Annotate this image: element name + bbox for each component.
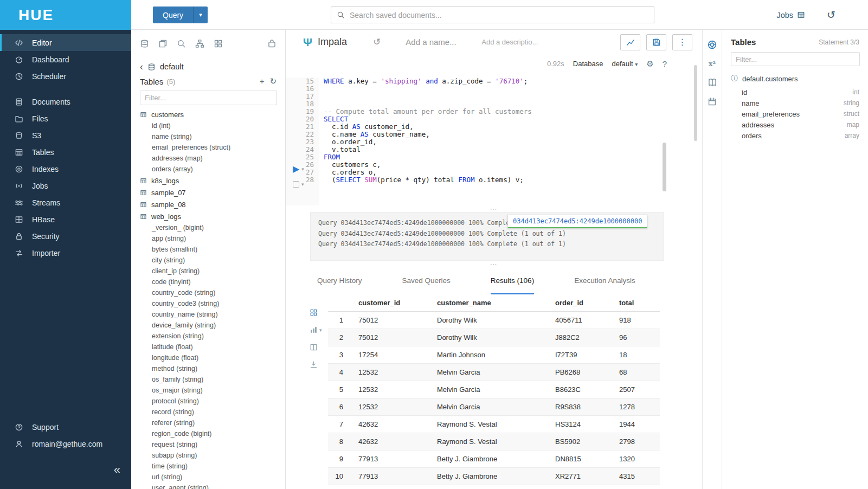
assist-column[interactable]: country_code3 (string) [131,298,285,309]
sidebar-item-tables[interactable]: Tables [0,144,131,160]
assist-column[interactable]: request (string) [131,439,285,450]
bag-source-icon[interactable] [267,39,277,48]
query-description-input[interactable] [481,38,546,46]
sidebar-item-streams[interactable]: Streams [0,194,131,211]
results-row[interactable]: 977913Betty J. GiambroneDN88151320 [328,451,660,468]
right-panel-filter-input[interactable] [731,52,860,66]
assist-table-k8s-logs[interactable]: k8s_logs [131,175,285,186]
assist-column[interactable]: client_ip (string) [131,266,285,276]
assist-column[interactable]: referer (string) [131,417,285,428]
sidebar-item-jobs[interactable]: Jobs [0,177,131,194]
query-history-icon[interactable]: ↺ [373,36,381,48]
sidebar-item-user[interactable]: romain@gethue.com [0,435,131,452]
tab-saved-queries[interactable]: Saved Queries [402,267,451,294]
assist-filter-input[interactable] [140,91,277,105]
code-line-15[interactable]: WHERE a.key = 'shipping' and a.zip_code … [324,78,532,85]
databases-source-icon[interactable] [140,39,149,48]
code-line-25[interactable]: FROM [324,153,532,161]
download-results-button[interactable] [310,361,322,369]
assist-column[interactable]: country_code (string) [131,287,285,298]
assist-column[interactable]: orders (array) [131,164,285,175]
chart-button[interactable] [620,34,640,50]
rp-column-addresses[interactable]: addressesmap [722,119,868,130]
assist-column[interactable]: city (string) [131,255,285,266]
rp-column-id[interactable]: idint [722,87,868,98]
assist-column[interactable]: bytes (smallint) [131,244,285,255]
assist-column[interactable]: longitude (float) [131,352,285,363]
tab-results-106[interactable]: Results (106) [491,267,534,294]
quick-actions-icon[interactable] [707,40,717,50]
assist-column[interactable]: addresses (map) [131,153,285,164]
assist-column[interactable]: name (string) [131,131,285,142]
resize-handle-top[interactable]: ⋯ [286,205,702,212]
database-dropdown[interactable]: default ▾ [612,60,638,68]
assist-column[interactable]: region_code (bigint) [131,428,285,439]
assist-column[interactable]: _version_ (bigint) [131,222,285,233]
documents-source-icon[interactable] [158,39,168,48]
rp-column-email-preferences[interactable]: email_preferencesstruct [722,108,868,119]
query-name-input[interactable] [406,37,462,47]
workflow-source-icon[interactable] [195,39,204,48]
editor-scrollbar[interactable] [663,143,666,191]
results-row[interactable]: 512532Melvin GarciaB8623C2507 [328,381,660,398]
more-actions-button[interactable]: ⋮ [672,34,692,50]
results-row[interactable]: 742632Raymond S. VestalHS31241944 [328,416,660,433]
sidebar-item-dashboard[interactable]: Dashboard [0,51,131,68]
active-table-row[interactable]: ⓘ default.customers [722,70,868,87]
chart-view-button[interactable]: ▾ [310,326,322,334]
assist-column[interactable]: time (string) [131,461,285,472]
code-line-26[interactable]: customers c, [324,161,532,169]
results-row[interactable]: 175012Dorothy Wilk4056711918 [328,312,660,329]
code-line-18[interactable] [324,100,532,108]
columns-view-button[interactable] [310,343,322,351]
help-icon[interactable]: ? [663,59,667,68]
tab-execution-analysis[interactable]: Execution Analysis [574,267,635,294]
assist-column[interactable]: protocol (string) [131,396,285,407]
assist-column[interactable]: method (string) [131,363,285,374]
assist-table-sample-08[interactable]: sample_08 [131,198,285,210]
code-line-28[interactable]: (SELECT SUM(price * qty) total FROM o.it… [324,176,532,184]
main-scrollbar[interactable] [694,65,697,141]
language-reference-icon[interactable] [708,78,717,87]
results-col-customer-name[interactable]: customer_name [430,294,549,312]
results-row[interactable]: 275012Dorothy WilkJ882C296 [328,329,660,346]
new-query-button[interactable]: Query [153,7,193,23]
assist-column[interactable]: latitude (float) [131,342,285,352]
history-icon[interactable]: ↺ [827,9,835,21]
results-row[interactable]: 317254Martin JohnsonI72T3918 [328,346,660,364]
assist-column[interactable]: country_name (string) [131,309,285,320]
sidebar-item-security[interactable]: Security [0,228,131,244]
code-line-21[interactable]: c.id AS customer_id, [324,123,532,131]
assist-column[interactable]: user_agent (string) [131,482,285,489]
search-input[interactable] [350,11,648,20]
results-col-customer-id[interactable]: customer_id [352,294,430,312]
sidebar-item-hbase[interactable]: HBase [0,211,131,228]
code-line-23[interactable]: o.order_id, [324,138,532,146]
code-line-24[interactable]: v.total [324,146,532,153]
assist-column[interactable]: record (string) [131,407,285,417]
results-col-total[interactable]: total [613,294,660,312]
assist-column[interactable]: extension (string) [131,331,285,342]
sidebar-item-s3[interactable]: S3 [0,127,131,144]
rp-column-orders[interactable]: ordersarray [722,130,868,141]
current-database[interactable]: default [160,62,184,71]
code-line-16[interactable] [324,85,532,93]
grid-view-button[interactable] [310,308,322,317]
assist-column[interactable]: url (string) [131,472,285,482]
code-line-17[interactable] [324,93,532,100]
code-line-19[interactable]: -- Compute total amount per order for al… [324,108,532,115]
code-editor[interactable]: 1516171819202122232425262728 WHERE a.key… [286,73,702,205]
results-col-order-id[interactable]: order_id [549,294,613,312]
assist-column[interactable]: email_preferences (struct) [131,142,285,153]
sidebar-item-files[interactable]: Files [0,110,131,127]
results-row[interactable]: 842632Raymond S. VestalBS59022798 [328,433,660,451]
resize-handle-bottom[interactable]: ⋯ [286,261,702,267]
apps-source-icon[interactable] [214,39,223,48]
assist-table-web-logs[interactable]: web_logs [131,210,285,222]
results-row[interactable]: 612532Melvin GarciaR9S8381278 [328,398,660,416]
sidebar-item-scheduler[interactable]: Scheduler [0,68,131,85]
save-button[interactable] [646,34,666,50]
results-row[interactable]: 412532Melvin GarciaPB626868 [328,364,660,381]
collapse-sidebar-icon[interactable]: « [114,463,120,477]
search-source-icon[interactable] [177,39,186,48]
